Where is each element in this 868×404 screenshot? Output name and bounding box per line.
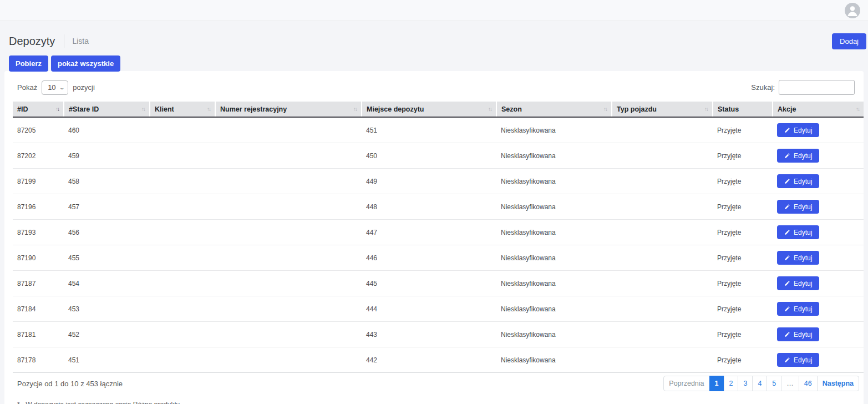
cell-stare-id: 458 bbox=[64, 169, 150, 194]
cell-id: 87181 bbox=[13, 322, 64, 347]
cell-akcje: Edytuj bbox=[773, 169, 864, 194]
pagination-previous[interactable]: Poprzednia bbox=[663, 376, 709, 391]
pagination-page-5[interactable]: 5 bbox=[767, 376, 781, 391]
footnote: * - W depozycie jest zaznaczona opcja Ró… bbox=[13, 401, 859, 404]
cell-numer-rejestracyjny bbox=[215, 117, 362, 143]
cell-typ-pojazdu bbox=[612, 245, 713, 271]
pagination-ellipsis: … bbox=[781, 376, 799, 391]
page-title: Depozyty bbox=[9, 35, 55, 48]
column-label: Typ pojazdu bbox=[617, 105, 657, 113]
cell-miejsce-depozytu: 444 bbox=[362, 296, 496, 322]
cell-stare-id: 452 bbox=[64, 322, 150, 347]
edit-button[interactable]: Edytuj bbox=[777, 302, 819, 316]
cell-id: 87190 bbox=[13, 245, 64, 271]
cell-stare-id: 453 bbox=[64, 296, 150, 322]
cell-id: 87202 bbox=[13, 143, 64, 169]
column-label: Akcje bbox=[778, 105, 796, 113]
cell-id: 87205 bbox=[13, 117, 64, 143]
breadcrumb: Lista bbox=[72, 37, 89, 46]
pagination-page-1[interactable]: 1 bbox=[709, 376, 724, 391]
edit-button-label: Edytuj bbox=[794, 356, 812, 364]
table-row: 87199458449NiesklasyfikowanaPrzyjęteEdyt… bbox=[13, 169, 864, 194]
column-label: #ID bbox=[17, 105, 28, 113]
edit-button[interactable]: Edytuj bbox=[777, 200, 819, 214]
cell-status: Przyjęte bbox=[713, 322, 773, 347]
cell-sezon: Niesklasyfikowana bbox=[496, 245, 612, 271]
column-header-numer-rejestracyjny[interactable]: Numer rejestracyjny↑↓ bbox=[215, 102, 362, 117]
cell-id: 87187 bbox=[13, 271, 64, 296]
table-card: Pokaż 10 ⌄ pozycji Szukaj: #ID↑↓#Stare I… bbox=[4, 71, 864, 404]
cell-akcje: Edytuj bbox=[773, 220, 864, 245]
column-header-miejsce-depozytu[interactable]: Miejsce depozytu↑↓ bbox=[362, 102, 496, 117]
edit-button[interactable]: Edytuj bbox=[777, 149, 819, 163]
pagination-next[interactable]: Następna bbox=[817, 376, 859, 391]
cell-akcje: Edytuj bbox=[773, 347, 864, 373]
column-header-typ-pojazdu[interactable]: Typ pojazdu↑↓ bbox=[612, 102, 713, 117]
pencil-icon bbox=[784, 357, 790, 363]
column-label: Sezon bbox=[501, 105, 522, 113]
cell-sezon: Niesklasyfikowana bbox=[496, 322, 612, 347]
edit-button-label: Edytuj bbox=[794, 178, 812, 185]
edit-button[interactable]: Edytuj bbox=[777, 123, 819, 137]
column-header-stare-id[interactable]: #Stare ID↑↓ bbox=[64, 102, 150, 117]
pagination: Poprzednia12345…46Następna bbox=[663, 376, 859, 391]
search-input[interactable] bbox=[779, 80, 855, 95]
pagination-page-3[interactable]: 3 bbox=[738, 376, 753, 391]
pagination-page-46[interactable]: 46 bbox=[799, 376, 818, 391]
column-header-klient[interactable]: Klient↑↓ bbox=[150, 102, 215, 117]
cell-klient bbox=[150, 296, 215, 322]
cell-miejsce-depozytu: 445 bbox=[362, 271, 496, 296]
page-size-select[interactable]: 10 ⌄ bbox=[42, 80, 68, 95]
sort-icon: ↑↓ bbox=[141, 106, 145, 112]
column-header-akcje[interactable]: Akcje↑↓ bbox=[773, 102, 864, 117]
cell-sezon: Niesklasyfikowana bbox=[496, 220, 612, 245]
column-label: Status bbox=[718, 105, 739, 113]
cell-miejsce-depozytu: 446 bbox=[362, 245, 496, 271]
column-header-id[interactable]: #ID↑↓ bbox=[13, 102, 64, 117]
sort-icon: ↑↓ bbox=[704, 106, 708, 112]
cell-klient bbox=[150, 143, 215, 169]
cell-sezon: Niesklasyfikowana bbox=[496, 117, 612, 143]
edit-button[interactable]: Edytuj bbox=[777, 174, 819, 188]
pagination-page-2[interactable]: 2 bbox=[724, 376, 739, 391]
pencil-icon bbox=[784, 331, 790, 337]
cell-miejsce-depozytu: 447 bbox=[362, 220, 496, 245]
edit-button-label: Edytuj bbox=[794, 254, 812, 262]
edit-button[interactable]: Edytuj bbox=[777, 327, 819, 341]
cell-akcje: Edytuj bbox=[773, 271, 864, 296]
title-divider bbox=[64, 34, 64, 48]
edit-button[interactable]: Edytuj bbox=[777, 353, 819, 367]
download-button[interactable]: Pobierz bbox=[9, 55, 48, 72]
edit-button-label: Edytuj bbox=[794, 331, 812, 339]
cell-numer-rejestracyjny bbox=[215, 220, 362, 245]
user-avatar[interactable] bbox=[845, 3, 860, 18]
table-row: 87187454445NiesklasyfikowanaPrzyjęteEdyt… bbox=[13, 271, 864, 296]
edit-button[interactable]: Edytuj bbox=[777, 251, 819, 265]
show-all-button[interactable]: pokaż wszystkie bbox=[51, 55, 120, 72]
column-header-sezon[interactable]: Sezon↑↓ bbox=[496, 102, 612, 117]
cell-id: 87184 bbox=[13, 296, 64, 322]
edit-button[interactable]: Edytuj bbox=[777, 276, 819, 290]
pencil-icon bbox=[784, 280, 790, 286]
entries-label: pozycji bbox=[73, 83, 95, 92]
cell-klient bbox=[150, 117, 215, 143]
table-header-row: #ID↑↓#Stare ID↑↓Klient↑↓Numer rejestracy… bbox=[13, 102, 864, 117]
cell-akcje: Edytuj bbox=[773, 322, 864, 347]
cell-numer-rejestracyjny bbox=[215, 143, 362, 169]
page-header: Depozyty Lista Dodaj Pobierz pokaż wszys… bbox=[0, 21, 868, 71]
edit-button[interactable]: Edytuj bbox=[777, 225, 819, 239]
cell-typ-pojazdu bbox=[612, 220, 713, 245]
cell-stare-id: 451 bbox=[64, 347, 150, 373]
show-label: Pokaż bbox=[17, 83, 37, 92]
pagination-page-4[interactable]: 4 bbox=[752, 376, 767, 391]
table-row: 87181452443NiesklasyfikowanaPrzyjęteEdyt… bbox=[13, 322, 864, 347]
cell-klient bbox=[150, 322, 215, 347]
topbar bbox=[0, 0, 868, 21]
table-footer: Pozycje od 1 do 10 z 453 łącznie Poprzed… bbox=[13, 376, 859, 391]
cell-akcje: Edytuj bbox=[773, 296, 864, 322]
cell-sezon: Niesklasyfikowana bbox=[496, 347, 612, 373]
deposits-table: #ID↑↓#Stare ID↑↓Klient↑↓Numer rejestracy… bbox=[13, 102, 864, 373]
table-info: Pozycje od 1 do 10 z 453 łącznie bbox=[17, 380, 123, 388]
table-row: 87202459450NiesklasyfikowanaPrzyjęteEdyt… bbox=[13, 143, 864, 169]
add-button[interactable]: Dodaj bbox=[832, 33, 866, 49]
